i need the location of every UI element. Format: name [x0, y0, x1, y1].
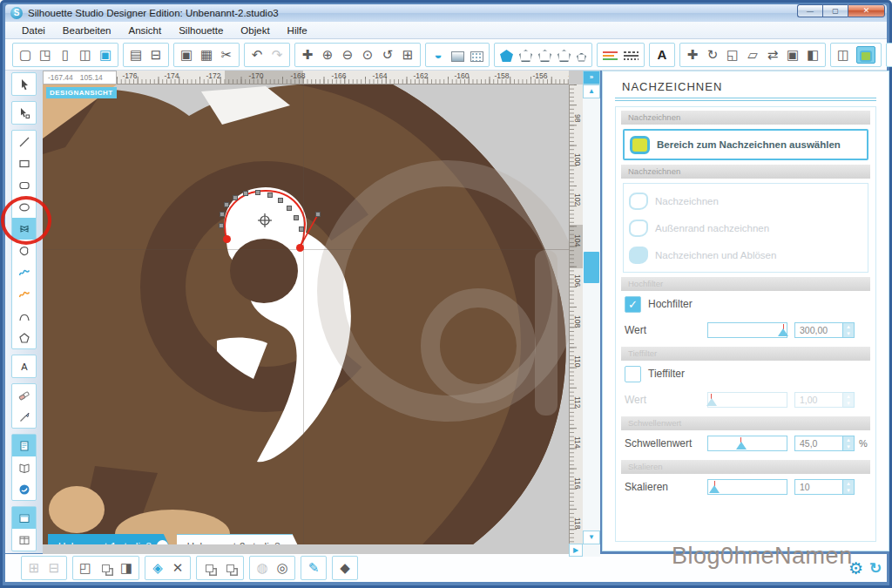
cut-icon[interactable]: ✂: [220, 46, 233, 64]
edit-node[interactable]: [267, 193, 273, 198]
tool-design-view[interactable]: [12, 435, 36, 456]
sketch-icon[interactable]: ◆: [338, 559, 352, 577]
tab-Unbenannt-1.studio3[interactable]: Unbenannt-1.studio3x: [48, 534, 175, 544]
send-to-cutter-icon[interactable]: ⊟: [149, 46, 163, 64]
line-thickness-icon[interactable]: [603, 51, 618, 62]
tool-ellipse[interactable]: [12, 196, 36, 218]
edit-node[interactable]: [315, 212, 321, 217]
trace-option-trace-and-detach[interactable]: Nachzeichnen und Ablösen: [624, 241, 868, 268]
undo-icon[interactable]: ↶: [250, 46, 264, 64]
rotate-icon[interactable]: ↻: [706, 46, 720, 64]
tab-close-icon[interactable]: x: [157, 540, 168, 544]
edit-node[interactable]: [224, 202, 229, 207]
vertical-scrollbar[interactable]: » ▲ ▼: [583, 71, 600, 557]
close-button[interactable]: ✕: [848, 4, 885, 17]
open-recent-icon[interactable]: ▯: [58, 46, 72, 64]
redo-icon[interactable]: ↷: [270, 46, 284, 64]
scroll-down-button[interactable]: ▼: [583, 531, 600, 544]
vertical-scroll-thumb[interactable]: [584, 252, 599, 283]
skalieren-slider[interactable]: [707, 479, 787, 495]
edit-node[interactable]: [220, 212, 225, 217]
edit-node[interactable]: [287, 206, 292, 211]
sync-icon[interactable]: ↻: [869, 559, 882, 578]
tool-freeform[interactable]: [12, 240, 36, 261]
select-all-icon[interactable]: ◰: [78, 559, 92, 577]
delete-icon[interactable]: ✕: [171, 559, 185, 577]
menu-ansicht[interactable]: Ansicht: [120, 24, 169, 37]
modify-icon[interactable]: ◧: [806, 46, 820, 64]
tieffilter-spinner[interactable]: ▲▼: [843, 392, 855, 408]
tool-freehand[interactable]: [12, 261, 36, 283]
pan-icon[interactable]: ✚: [301, 46, 314, 64]
edit-node[interactable]: [299, 226, 304, 232]
skalieren-value[interactable]: 10: [794, 479, 843, 495]
tieffilter-slider[interactable]: [707, 392, 787, 408]
shape-effects-icon[interactable]: [538, 50, 551, 62]
color-picker-icon[interactable]: ✎: [307, 559, 321, 577]
trace-icon[interactable]: [856, 46, 875, 64]
minimize-button[interactable]: —: [797, 4, 822, 17]
tool-eraser[interactable]: [12, 384, 36, 406]
line-dash-style-icon[interactable]: [624, 51, 639, 62]
tool-knife[interactable]: [12, 406, 36, 428]
tool-store[interactable]: [12, 478, 36, 500]
skalieren-spinner[interactable]: ▲▼: [843, 479, 855, 495]
tieffilter-value[interactable]: 1,00: [794, 392, 843, 408]
scale-icon[interactable]: ◱: [726, 46, 740, 64]
line-style-icon[interactable]: [519, 50, 532, 62]
menu-silhouette[interactable]: Silhouette: [171, 24, 231, 37]
scroll-right-button[interactable]: ▶: [569, 544, 583, 557]
weld-3d-icon[interactable]: ◈: [151, 559, 165, 577]
text-style-icon[interactable]: A: [655, 46, 669, 64]
edit-node[interactable]: [219, 223, 224, 228]
panel-expand-button[interactable]: »: [583, 71, 600, 84]
title-bar[interactable]: S Silhouette Studio Designer Edition: Un…: [5, 4, 887, 22]
tab-close-icon[interactable]: x: [286, 541, 297, 545]
hochfilter-slider[interactable]: [707, 322, 787, 338]
settings-gear-icon[interactable]: ⚙: [848, 558, 863, 578]
tool-window-split[interactable]: [12, 529, 36, 551]
new-document-icon[interactable]: ▢: [18, 46, 32, 64]
tieffilter-checkbox[interactable]: [625, 366, 641, 382]
edit-node[interactable]: [294, 215, 299, 220]
path-endpoint[interactable]: [223, 235, 231, 243]
tool-smooth-freehand[interactable]: [12, 283, 36, 305]
zoom-selection-icon[interactable]: ⊙: [361, 46, 375, 64]
tool-regular-polygon[interactable]: [12, 327, 36, 348]
tab-Unbenannt-2.studio3[interactable]: Unbenannt-2.studio3x: [177, 534, 304, 544]
duplicate-icon[interactable]: [102, 564, 110, 572]
offset-icon[interactable]: ◎: [275, 559, 289, 577]
edit-node[interactable]: [255, 190, 260, 195]
select-trace-area-button[interactable]: Bereich zum Nachzeichnen auswählen: [623, 129, 868, 160]
edit-node[interactable]: [278, 198, 283, 203]
mirror-icon[interactable]: ◨: [119, 559, 133, 577]
tool-select[interactable]: [12, 73, 36, 95]
tool-library[interactable]: [12, 456, 36, 478]
print-icon[interactable]: ▤: [129, 46, 143, 64]
transform-move-icon[interactable]: ✚: [686, 46, 699, 64]
path-endpoint[interactable]: [296, 244, 304, 252]
tool-line[interactable]: [12, 131, 36, 152]
shape-edit-icon[interactable]: [558, 50, 571, 62]
tool-point-edit[interactable]: [12, 102, 36, 124]
schwellenwert-slider[interactable]: [707, 436, 787, 451]
zoom-reset-icon[interactable]: ↺: [381, 46, 395, 64]
tool-window-single[interactable]: [12, 507, 36, 529]
tool-rounded-rectangle[interactable]: [12, 174, 36, 196]
fit-to-page-icon[interactable]: ⊞: [401, 46, 415, 64]
schwellenwert-spinner[interactable]: ▲▼: [843, 436, 855, 451]
spacing-icon[interactable]: ⇄: [766, 46, 780, 64]
trace-option-trace-outer-edge[interactable]: Außenrand nachzeichnen: [624, 214, 868, 241]
hochfilter-checkbox[interactable]: ✓: [625, 296, 641, 313]
weld-icon[interactable]: ◍: [255, 559, 269, 577]
edit-node[interactable]: [243, 191, 248, 196]
zoom-in-icon[interactable]: ⊕: [321, 46, 334, 64]
fill-gradient-icon[interactable]: [451, 51, 464, 62]
edit-node[interactable]: [233, 195, 238, 200]
hochfilter-spinner[interactable]: ▲▼: [843, 322, 855, 338]
tool-arc[interactable]: [12, 305, 36, 327]
schwellenwert-value[interactable]: 45,0: [794, 436, 843, 451]
replicate-icon[interactable]: ▣: [786, 46, 800, 64]
menu-datei[interactable]: Datei: [14, 24, 53, 37]
send-backward-icon[interactable]: [226, 564, 234, 572]
